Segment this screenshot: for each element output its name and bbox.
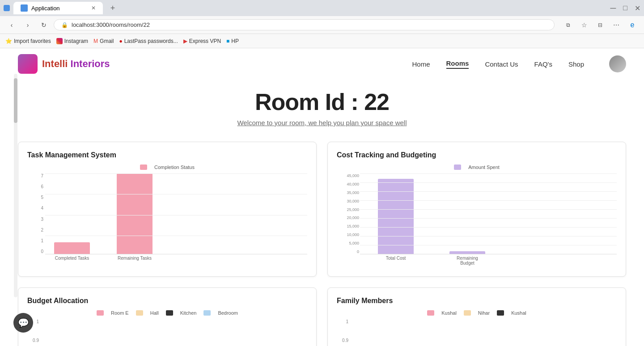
bookmark-hp[interactable]: ■ HP — [226, 38, 239, 44]
task-x-labels: Completed Tasks Remaining Tasks — [45, 254, 307, 261]
bookmark-import[interactable]: ⭐ Import favorites — [5, 38, 51, 44]
lastpass-icon: ● — [119, 38, 122, 44]
extensions-button[interactable]: ⧉ — [562, 19, 574, 31]
task-chart-title: Task Management System — [27, 151, 307, 159]
refresh-button[interactable]: ↻ — [38, 19, 50, 31]
grid-line — [360, 182, 617, 183]
gmail-label: Gmail — [100, 38, 114, 44]
chat-button[interactable]: 💬 — [13, 313, 33, 333]
task-bar-chart: 7 6 5 4 3 2 1 0 — [27, 173, 307, 267]
y-label: 10,000 — [347, 232, 359, 237]
budget-legend-swatch-1 — [97, 310, 104, 316]
browser-tab[interactable]: Application ✕ — [13, 2, 103, 14]
svg-point-1 — [134, 328, 214, 346]
budget-chart-title: Budget Allocation — [27, 297, 307, 305]
edge-icon: e — [626, 19, 639, 31]
nav-link-home[interactable]: Home — [412, 60, 430, 68]
y-label: 2 — [41, 228, 43, 232]
favorites-button[interactable]: ☆ — [578, 19, 590, 31]
y-label: 45,000 — [347, 173, 359, 178]
family-legend-label-2: Nihar — [478, 310, 490, 316]
minimize-button[interactable]: ─ — [610, 4, 616, 13]
y-label: 3 — [41, 217, 43, 222]
browser-chrome: Application ✕ + ─ □ ✕ ‹ › ↻ 🔒 localhost:… — [0, 0, 644, 48]
bookmark-gmail[interactable]: M Gmail — [93, 38, 114, 44]
family-legend-swatch-2 — [464, 310, 471, 316]
y-label: 6 — [41, 184, 43, 189]
svg-point-4 — [443, 328, 524, 346]
task-legend-swatch — [140, 165, 147, 170]
lock-icon: 🔒 — [61, 22, 68, 28]
address-bar[interactable]: 🔒 localhost:3000/rooms/room/22 — [54, 19, 555, 30]
bookmark-lastpass[interactable]: ● LastPass passwords... — [119, 38, 178, 44]
budget-donut-area: 1 0.9 0.8 0.7 0.6 0.5 — [27, 319, 307, 346]
family-legend-label-1: Kushal — [441, 310, 457, 316]
hero-section: Room Id : 22 Welcome to your room, we he… — [0, 80, 644, 131]
grid-line — [360, 209, 617, 210]
more-button[interactable]: ⋯ — [610, 19, 623, 31]
family-donut-chart — [350, 319, 617, 346]
cost-grid — [360, 173, 617, 254]
hero-subtitle[interactable]: Welcome to your room, we help you plan y… — [0, 119, 644, 127]
y-label: 1 — [36, 319, 39, 324]
family-legend-swatch-3 — [497, 310, 504, 316]
y-label: 1 — [346, 319, 348, 324]
logo-area: Intelli Interiors — [18, 54, 110, 74]
nav-link-contact[interactable]: Contact Us — [485, 60, 518, 68]
expressvpn-icon: ▶ — [183, 38, 187, 44]
y-label: 0 — [357, 249, 359, 254]
grid-line — [360, 245, 617, 245]
x-label-remaining: Remaining Tasks — [117, 256, 153, 261]
tab-close-button[interactable]: ✕ — [91, 5, 96, 11]
cost-legend-label: Amount Spent — [468, 165, 500, 170]
chat-icon: 💬 — [18, 317, 29, 328]
y-label: 5,000 — [349, 241, 359, 245]
instagram-icon — [56, 38, 63, 44]
family-donut-area: 1 0.9 0.8 0.7 0.6 0.5 — [337, 319, 617, 346]
import-icon: ⭐ — [5, 38, 12, 44]
nav-link-faq[interactable]: FAQ's — [534, 60, 552, 68]
grid-line — [45, 215, 307, 215]
forward-button[interactable]: › — [21, 19, 34, 31]
y-label: 15,000 — [347, 224, 359, 228]
budget-legend-label-4: Bedroom — [218, 310, 238, 316]
restore-button[interactable]: □ — [623, 4, 627, 12]
budget-donut-svg — [93, 319, 254, 346]
budget-legend-swatch-2 — [136, 310, 143, 316]
family-chart-legend: Kushal Nihar Kushal — [337, 310, 617, 316]
bookmark-expressvpn[interactable]: ▶ Express VPN — [183, 38, 221, 44]
cost-y-axis: 45,000 40,000 35,000 30,000 25,000 20,00… — [337, 173, 359, 254]
nav-links: Home Rooms Contact Us FAQ's Shop — [412, 55, 626, 72]
gmail-icon: M — [93, 38, 98, 44]
split-button[interactable]: ⊟ — [594, 19, 606, 31]
budget-legend-swatch-4 — [203, 310, 211, 316]
close-button[interactable]: ✕ — [635, 4, 640, 13]
new-tab-button[interactable]: + — [106, 2, 119, 14]
bookmark-instagram[interactable]: Instagram — [56, 38, 88, 44]
back-button[interactable]: ‹ — [5, 19, 18, 31]
browser-controls: ‹ › ↻ 🔒 localhost:3000/rooms/room/22 ⧉ ☆… — [0, 16, 644, 34]
y-label: 4 — [41, 206, 43, 211]
grid-line-bottom — [360, 254, 617, 254]
scrollbar-thumb[interactable] — [14, 78, 17, 123]
y-label: 0.9 — [342, 338, 348, 343]
budget-legend-label-3: Kitchen — [180, 310, 197, 316]
family-donut-svg — [403, 319, 564, 346]
tab-title: Application — [31, 5, 60, 12]
tab-icon — [4, 5, 10, 11]
family-chart-card: Family Members Kushal Nihar Kushal 1 0.9… — [327, 287, 626, 346]
nav-link-shop[interactable]: Shop — [568, 60, 584, 68]
cost-legend-swatch — [454, 165, 461, 170]
grid-line — [45, 236, 307, 236]
y-label: 1 — [41, 238, 43, 243]
task-chart-card: Task Management System Completion Status… — [18, 142, 317, 277]
y-label: 20,000 — [347, 215, 359, 220]
user-avatar[interactable] — [609, 55, 626, 72]
nav-link-rooms[interactable]: Rooms — [446, 59, 469, 69]
task-y-axis: 7 6 5 4 3 2 1 0 — [27, 173, 43, 254]
page-scrollbar[interactable] — [14, 74, 17, 297]
logo-text: Intelli Interiors — [42, 58, 110, 70]
x-label-completed: Completed Tasks — [54, 256, 90, 261]
avatar-image — [609, 55, 626, 72]
y-label: 0 — [41, 249, 43, 254]
